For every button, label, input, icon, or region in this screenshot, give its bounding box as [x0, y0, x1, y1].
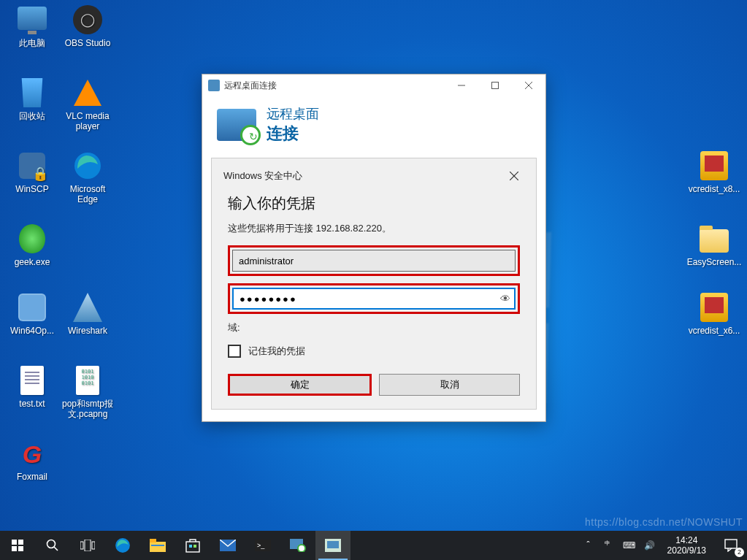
- username-input[interactable]: [232, 250, 516, 272]
- tray-date: 2020/9/13: [667, 545, 706, 556]
- tray-time: 14:24: [667, 535, 706, 545]
- icon-label: Win64Op...: [4, 326, 60, 336]
- titlebar[interactable]: 远程桌面连接: [202, 74, 545, 96]
- credentials-message: 这些凭据将用于连接 192.168.82.220。: [228, 222, 520, 235]
- taskbar-rdp[interactable]: [280, 531, 315, 560]
- icon-label: Wireshark: [60, 326, 115, 336]
- taskbar-rdp-active[interactable]: [315, 531, 350, 560]
- icon-label: VLC media player: [60, 111, 115, 132]
- window-title: 远程桌面连接: [224, 80, 445, 92]
- remember-label: 记住我的凭据: [248, 345, 305, 358]
- window-controls: [445, 74, 545, 96]
- icon-label: test.txt: [4, 399, 60, 409]
- svg-rect-9: [12, 546, 17, 551]
- icon-label: 回收站: [4, 111, 60, 121]
- maximize-button[interactable]: [478, 74, 512, 96]
- desktop-icon-winscp[interactable]: WinSCP: [4, 150, 60, 194]
- svg-rect-19: [151, 545, 164, 546]
- desktop-icon-recycle-bin[interactable]: 回收站: [4, 77, 60, 121]
- ok-button[interactable]: 确定: [228, 374, 372, 396]
- rdp-monitor-icon: ↻: [217, 109, 256, 141]
- desktop-icon-this-pc[interactable]: 此电脑: [4, 4, 60, 48]
- icon-label: geek.exe: [4, 257, 60, 267]
- icon-label: Microsoft Edge: [60, 184, 115, 205]
- desktop-icon-geek[interactable]: geek.exe: [4, 223, 60, 267]
- security-title: Windows 安全中心: [223, 169, 504, 183]
- desktop-icon-obs[interactable]: ◯OBS Studio: [60, 4, 115, 48]
- username-highlight: [228, 245, 520, 276]
- taskbar-explorer[interactable]: [140, 531, 175, 560]
- rdp-header-line2: 连接: [267, 123, 319, 145]
- desktop-icon-win64op[interactable]: Win64Op...: [4, 292, 60, 336]
- svg-rect-15: [92, 542, 95, 549]
- taskbar-edge[interactable]: [105, 531, 140, 560]
- domain-label: 域:: [228, 321, 520, 334]
- svg-rect-22: [194, 545, 196, 548]
- taskbar: >_ ˆ ㆗ ⌨ 🔊 14:24 2020/9/13 2: [0, 531, 747, 560]
- close-button[interactable]: [512, 74, 545, 96]
- desktop-icon-vcredist-x6[interactable]: vcredist_x6...: [686, 292, 742, 336]
- desktop-icon-test-txt[interactable]: test.txt: [4, 365, 60, 409]
- desktop-icon-pcapng[interactable]: 010110100101pop和smtp报文.pcapng: [60, 365, 115, 420]
- password-highlight: 👁: [228, 283, 520, 314]
- icon-label: OBS Studio: [60, 38, 115, 48]
- svg-rect-18: [150, 539, 156, 542]
- svg-point-11: [47, 540, 55, 548]
- desktop-icon-foxmail[interactable]: GFoxmail: [4, 438, 60, 482]
- rdp-header: ↻ 远程桌面 连接: [202, 96, 545, 158]
- icon-label: Foxmail: [4, 472, 60, 482]
- icon-label: WinSCP: [4, 184, 60, 194]
- svg-rect-8: [18, 540, 23, 545]
- tray-volume-icon[interactable]: 🔊: [643, 540, 657, 551]
- svg-rect-2: [492, 83, 499, 89]
- taskbar-store[interactable]: [175, 531, 210, 560]
- desktop-icon-easyscreen[interactable]: EasyScreen...: [686, 223, 742, 267]
- password-input[interactable]: [232, 288, 516, 310]
- rdp-header-line1: 远程桌面: [267, 105, 319, 123]
- svg-rect-21: [189, 545, 192, 548]
- desktop-icon-vcredist-x8[interactable]: vcredist_x8...: [686, 150, 742, 194]
- tray-clock[interactable]: 14:24 2020/9/13: [663, 535, 710, 556]
- svg-rect-20: [186, 542, 199, 552]
- svg-rect-7: [12, 540, 17, 545]
- rdp-icon: [208, 80, 220, 91]
- svg-text:>_: >_: [257, 542, 265, 549]
- icon-label: EasyScreen...: [686, 257, 742, 267]
- icon-label: vcredist_x8...: [686, 184, 742, 194]
- desktop-icon-wireshark[interactable]: Wireshark: [60, 292, 115, 336]
- icon-label: vcredist_x6...: [686, 326, 742, 336]
- system-tray: ˆ ㆗ ⌨ 🔊 14:24 2020/9/13: [577, 531, 715, 560]
- icon-label: 此电脑: [4, 38, 60, 48]
- remember-row: 记住我的凭据: [228, 345, 520, 358]
- remember-checkbox[interactable]: [228, 345, 241, 358]
- svg-rect-17: [150, 542, 166, 552]
- security-dialog: Windows 安全中心 输入你的凭据 这些凭据将用于连接 192.168.82…: [211, 158, 537, 410]
- taskbar-terminal[interactable]: >_: [245, 531, 280, 560]
- reveal-password-icon[interactable]: 👁: [500, 293, 510, 304]
- taskbar-mail[interactable]: [210, 531, 245, 560]
- tray-input-icon[interactable]: ⌨: [622, 540, 637, 551]
- svg-rect-13: [80, 542, 83, 549]
- svg-line-12: [54, 547, 58, 551]
- security-close-button[interactable]: [504, 166, 524, 186]
- tray-overflow-icon[interactable]: ˆ: [581, 540, 596, 551]
- task-view-button[interactable]: [70, 531, 105, 560]
- rdp-window: 远程桌面连接 ↻ 远程桌面 连接 Windows 安全中心 输入你的凭据 这些凭…: [202, 74, 546, 422]
- desktop-icon-edge[interactable]: Microsoft Edge: [60, 150, 115, 205]
- search-button[interactable]: [35, 531, 70, 560]
- icon-label: pop和smtp报文.pcapng: [60, 399, 115, 420]
- svg-point-27: [298, 545, 305, 552]
- svg-rect-29: [327, 541, 339, 548]
- start-button[interactable]: [0, 531, 35, 560]
- action-center-button[interactable]: 2: [715, 531, 747, 560]
- desktop-icon-vlc[interactable]: VLC media player: [60, 77, 115, 132]
- minimize-button[interactable]: [445, 74, 478, 96]
- tray-ime-icon[interactable]: ㆗: [602, 540, 616, 552]
- svg-rect-14: [85, 540, 91, 551]
- credentials-heading: 输入你的凭据: [228, 193, 520, 213]
- notification-badge: 2: [735, 548, 744, 557]
- svg-rect-30: [725, 540, 737, 548]
- svg-rect-10: [18, 546, 23, 551]
- cancel-button[interactable]: 取消: [379, 374, 520, 396]
